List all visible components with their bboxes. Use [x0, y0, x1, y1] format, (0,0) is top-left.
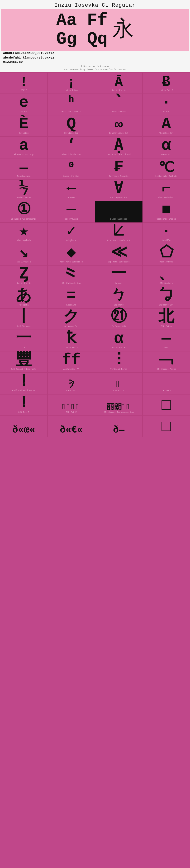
cell-glyph: —	[20, 161, 28, 175]
cell-glyph: ⬠	[160, 245, 173, 261]
glyph-cell: ★Misc Symbols	[0, 222, 47, 244]
font-title: Inziu Iosevka CL Regular	[1, 2, 189, 8]
source: Font Source: http://www.fontke.com/font/…	[1, 68, 189, 71]
glyph-cell: ㉑Enclosed CJK	[95, 308, 143, 330]
cell-label: Half And Full Forms	[12, 390, 35, 392]
glyph-cell: ！Half And Full Forms	[0, 373, 47, 394]
glyph-cell: ⌐Misc Technical	[143, 180, 190, 201]
cell-label: Letterlike Symbols	[155, 175, 177, 178]
glyph-cell: ⟀Misc Math Symbols A	[95, 222, 143, 244]
cell-glyph: ⌐	[161, 181, 171, 196]
cell-glyph: È	[19, 116, 29, 132]
glyph-cell: ĀLatin Ext A	[95, 72, 143, 94]
cell-glyph: ℃	[159, 161, 174, 175]
cell-label: Currency Symbols	[109, 175, 128, 178]
cell-glyph: ˋ	[115, 95, 123, 111]
glyph-cell: αLatin Ext E	[95, 330, 143, 351]
cell-label: Greek Ext	[161, 153, 172, 156]
glyph-cell: ⬠Misc Arrows	[143, 244, 190, 265]
cell-glyph: ʰ	[67, 95, 76, 111]
glyph-cell: ⺀CJK Radicals Sup	[47, 265, 95, 287]
glyph-grid: !ASCII¡Latin 1 SupĀLatin Ext AɃLatin Ext…	[0, 72, 190, 437]
cell-label: Katakana Ext	[64, 325, 78, 328]
cell-glyph: α	[114, 331, 123, 347]
cell-label: Modifier Letters	[62, 111, 81, 113]
cell-label: Greek	[163, 111, 169, 113]
cell-glyph: ←	[67, 181, 76, 196]
cell-label: Arrows	[68, 196, 75, 199]
cell-label: Math Operators	[110, 196, 127, 199]
glyph-cell: 丽朗𪘀𫜴CJK Compat Ideographs Sup	[95, 394, 143, 416]
glyph-cell: ≪Sup Math Operators	[95, 244, 143, 265]
glyph-cell: ð—	[95, 416, 143, 437]
cell-glyph: ↘	[19, 245, 29, 261]
cell-label: Bopomofo	[114, 304, 124, 306]
glyph-cell: eIPA Ext	[0, 94, 47, 115]
cell-label: Enclosed CJK	[111, 325, 126, 328]
cell-glyph: ◆	[67, 245, 76, 261]
cell-label: CJK Compat Ideographs Sup	[104, 411, 134, 413]
cell-label: Phonetic Ext Sup	[14, 153, 34, 156]
cell-label: CJK Compat Forms	[156, 368, 176, 370]
glyph-cell: ÈCyrillic	[0, 115, 47, 136]
glyph-cell: aPhonetic Ext Sup	[0, 136, 47, 158]
cell-label: Diacriticals Sup	[62, 153, 81, 156]
glyph-cell: ∀Math Operators	[95, 180, 143, 201]
cell-label: Latin Ext B	[160, 89, 173, 92]
cell-label: Enclosed Alphanumeric	[11, 218, 36, 220]
glyph-cell: ■Geometric Shapes	[143, 201, 190, 222]
alphabet-block: ABCDEFGHIJKLMNOPQRSTUVWXYZ abcdefghijklm…	[1, 51, 189, 65]
cell-label: Braille	[162, 239, 170, 242]
glyph-cell: 𫝀𫝁𫝂𫝃CJK Ext E	[47, 394, 95, 416]
cell-glyph: Ā	[115, 75, 123, 89]
glyph-cell: □	[143, 394, 190, 416]
cell-label: Katakana	[67, 304, 76, 306]
cell-glyph: ク	[63, 310, 79, 325]
glyph-cell: ⅐Number Forms	[0, 180, 47, 201]
cell-glyph: ð—	[113, 426, 124, 435]
cell-glyph: Ȥ	[19, 267, 29, 282]
cell-label: Punctuation	[17, 175, 30, 178]
cell-glyph: ð«€«	[60, 426, 83, 435]
cell-glyph: ︙	[111, 352, 126, 368]
glyph-cell: ㆠBopomofo Ext	[143, 287, 190, 308]
cell-label: ASCII	[21, 89, 27, 92]
cell-glyph: ꝁ	[67, 331, 76, 347]
cell-label: Latin Ext Additional	[107, 153, 131, 156]
glyph-cell: =Katakana	[47, 287, 95, 308]
cell-label: Phonetic Ext	[159, 132, 174, 134]
cell-label: Misc Math Symbols A	[107, 239, 130, 242]
cell-label: Bopomofo Ext	[159, 304, 174, 306]
glyph-cell: 、CJK Symbols	[143, 265, 190, 287]
cell-label: Kana Sup	[67, 390, 76, 392]
cell-glyph: ⟀	[114, 224, 123, 239]
cell-glyph: ✓	[67, 224, 76, 239]
cell-label: CJK Radicals Sup	[62, 282, 81, 285]
cell-glyph: Q	[67, 116, 76, 132]
cell-glyph: ①	[17, 202, 31, 218]
glyph-cell: ɃLatin Ext B	[143, 72, 190, 94]
cell-glyph: ∞	[115, 118, 123, 132]
preview-block: Aa FfGg Qq 永	[1, 9, 189, 51]
glyph-cell: 𪜀CJK Ext C	[143, 373, 190, 394]
cell-label: CJK Strokes	[17, 325, 30, 328]
cell-glyph: ㉑	[111, 310, 126, 325]
glyph-cell: ㄅBopomofo	[95, 287, 143, 308]
cell-label: CJK Ext C	[161, 390, 172, 392]
cell-label: Box Drawing	[65, 218, 78, 220]
cell-label: Diacriticals Ext	[109, 132, 128, 134]
glyph-cell: ︙Vertical Forms	[95, 351, 143, 373]
cell-label: Diacriticals	[111, 111, 126, 113]
cell-label: CJK Ext E	[66, 411, 77, 413]
glyph-cell: ẠLatin Ext Additional	[95, 136, 143, 158]
cell-glyph: !	[20, 75, 28, 89]
cell-label: Misc Technical	[158, 196, 175, 199]
glyph-cell: ■Block Elements	[95, 201, 143, 222]
alphabet-upper: ABCDEFGHIJKLMNOPQRSTUVWXYZ	[3, 51, 187, 56]
cell-glyph: ¡	[67, 75, 76, 89]
cell-glyph: ff	[62, 352, 80, 368]
glyph-cell: ①Enclosed Alphanumeric	[0, 201, 47, 222]
glyph-cell: ȤLatin Ext C	[0, 265, 47, 287]
cell-label: Latin Ext A	[112, 89, 125, 92]
glyph-cell: あHiragana	[0, 287, 47, 308]
